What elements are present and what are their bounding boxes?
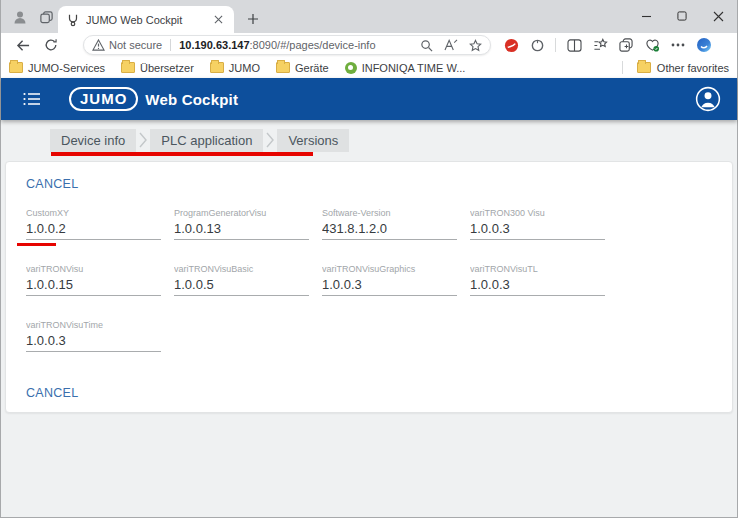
tab-title: JUMO Web Cockpit (86, 14, 210, 26)
field-label: variTRONVisuTime (26, 319, 161, 331)
field-varitronvisubasic: variTRONVisuBasic (174, 263, 309, 298)
field-label: variTRON300 Visu (470, 207, 605, 219)
breadcrumb-device-info[interactable]: Device info (50, 129, 136, 152)
breadcrumb: Device info PLC application Versions (50, 128, 349, 152)
bookmark-label: Geräte (295, 62, 329, 74)
page-url[interactable]: 10.190.63.147:8090/#/pages/device-info (179, 39, 375, 51)
collections-icon[interactable] (618, 37, 634, 53)
field-varitronvisutime: variTRONVisuTime (26, 319, 161, 354)
toolbar-divider (555, 38, 556, 52)
field-input[interactable] (322, 219, 457, 240)
bookmark-folder[interactable]: JUMO-Services (9, 62, 105, 74)
split-screen-icon[interactable] (566, 37, 582, 53)
tab-close-icon[interactable] (210, 12, 226, 28)
field-input[interactable] (174, 275, 309, 296)
browser-essentials-icon[interactable] (644, 37, 660, 53)
browser-profile-icon[interactable] (11, 8, 29, 26)
bookmark-label: INFONIQA TIME W... (362, 62, 466, 74)
field-label: variTRONVisuGraphics (322, 263, 457, 275)
extension-icon[interactable] (529, 37, 545, 53)
field-input[interactable] (322, 275, 457, 296)
browser-titlebar: JUMO Web Cockpit (1, 0, 737, 33)
window-controls (633, 4, 731, 28)
other-favorites[interactable]: Other favorites (622, 61, 729, 74)
favorite-star-icon[interactable] (469, 39, 482, 52)
jumo-logo: JUMO (69, 87, 138, 111)
not-secure-warning-icon[interactable] (92, 39, 105, 51)
field-label: variTRONVisuTL (470, 263, 605, 275)
security-label[interactable]: Not secure (109, 39, 162, 51)
field-input[interactable] (470, 275, 605, 296)
menu-icon[interactable] (23, 92, 41, 106)
page-content: Device info PLC application Versions CAN… (1, 120, 737, 517)
browser-window: JUMO Web Cockpit Not secure 10. (0, 0, 738, 518)
omnibox-divider (170, 39, 171, 51)
field-input[interactable] (470, 219, 605, 240)
chevron-right-icon (263, 128, 277, 152)
address-bar[interactable]: Not secure 10.190.63.147:8090/#/pages/de… (83, 35, 491, 55)
field-programgeneratorvisu: ProgramGeneratorVisu (174, 207, 309, 242)
close-window-button[interactable] (705, 4, 731, 28)
back-button[interactable] (13, 36, 33, 54)
bookmark-label: JUMO-Services (28, 62, 105, 74)
bookmark-folder[interactable]: JUMO (210, 62, 260, 74)
field-software-version: Software-Version (322, 207, 457, 242)
copilot-icon[interactable] (696, 37, 712, 53)
field-varitronvisugraphics: variTRONVisuGraphics (322, 263, 457, 298)
field-input[interactable] (174, 219, 309, 240)
browser-tab[interactable]: JUMO Web Cockpit (58, 6, 234, 33)
cancel-link-top[interactable]: CANCEL (26, 177, 79, 191)
refresh-button[interactable] (41, 36, 61, 54)
other-favorites-label: Other favorites (657, 62, 729, 74)
favorites-hub-icon[interactable] (592, 37, 608, 53)
new-tab-button[interactable] (244, 10, 262, 28)
bookmarks-bar: JUMO-Services Übersetzer JUMO Geräte INF… (1, 57, 737, 78)
search-icon[interactable] (420, 39, 433, 52)
read-aloud-icon[interactable] (444, 39, 458, 51)
app-header: JUMO Web Cockpit (1, 78, 737, 120)
bookmark-label: JUMO (229, 62, 260, 74)
site-icon (345, 62, 357, 74)
bookmarks-divider (622, 61, 623, 74)
versions-card: CANCEL CustomXY ProgramGeneratorVisu Sof… (5, 161, 733, 413)
adblock-extension-icon[interactable] (503, 37, 519, 53)
field-varitronvisutl: variTRONVisuTL (470, 263, 605, 298)
url-host: 10.190.63.147 (179, 39, 249, 51)
field-varitron300-visu: variTRON300 Visu (470, 207, 605, 242)
folder-icon (210, 62, 224, 73)
annotation-underline-breadcrumbs (51, 152, 313, 156)
bookmark-folder[interactable]: Übersetzer (121, 62, 194, 74)
field-input[interactable] (26, 331, 161, 352)
folder-icon (637, 62, 651, 73)
field-label: Software-Version (322, 207, 457, 219)
bookmark-folder[interactable]: Geräte (276, 62, 329, 74)
field-label: CustomXY (26, 207, 161, 219)
workspaces-icon[interactable] (37, 8, 55, 26)
folder-icon (9, 62, 23, 73)
bookmark-site[interactable]: INFONIQA TIME W... (345, 62, 466, 74)
site-favicon-icon (66, 13, 80, 27)
settings-more-icon[interactable] (670, 37, 686, 53)
breadcrumb-versions[interactable]: Versions (277, 129, 349, 152)
extensions-row (503, 36, 712, 54)
url-path: :8090/#/pages/device-info (250, 39, 376, 51)
field-varitronvisu: variTRONVisu (26, 263, 161, 298)
user-avatar-icon[interactable] (695, 86, 721, 112)
folder-icon (121, 62, 135, 73)
chevron-right-icon (136, 128, 150, 152)
field-input[interactable] (26, 275, 161, 296)
field-input[interactable] (26, 219, 161, 240)
field-label: ProgramGeneratorVisu (174, 207, 309, 219)
minimize-button[interactable] (633, 4, 659, 28)
bookmark-label: Übersetzer (140, 62, 194, 74)
maximize-button[interactable] (669, 4, 695, 28)
field-customxy: CustomXY (26, 207, 161, 242)
annotation-underline-customxy-value (17, 243, 56, 246)
version-fields-grid: CustomXY ProgramGeneratorVisu Software-V… (26, 207, 605, 354)
field-label: variTRONVisu (26, 263, 161, 275)
field-label: variTRONVisuBasic (174, 263, 309, 275)
browser-toolbar: Not secure 10.190.63.147:8090/#/pages/de… (1, 33, 737, 57)
app-title: Web Cockpit (145, 91, 238, 108)
cancel-link-bottom[interactable]: CANCEL (26, 386, 79, 400)
breadcrumb-plc-application[interactable]: PLC application (150, 129, 263, 152)
